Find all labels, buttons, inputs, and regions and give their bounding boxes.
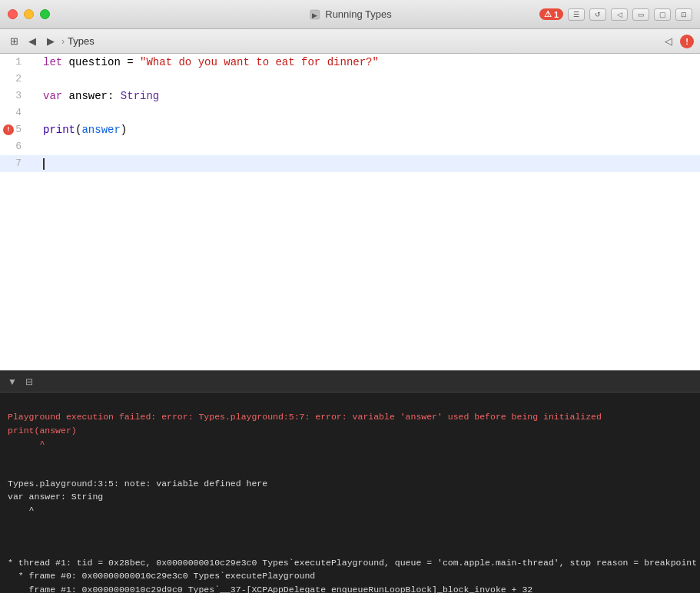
code-line-6: 6 xyxy=(0,138,700,155)
code-lines: 1 let question = "What do you want to ea… xyxy=(0,54,700,370)
error-dot-5: ! xyxy=(3,124,14,135)
code-line-3: 3 var answer: String xyxy=(0,88,700,104)
error-badge: ⚠ 1 xyxy=(539,8,563,20)
window-title: Running Types xyxy=(325,8,392,20)
lines-view-button[interactable]: ☰ xyxy=(568,8,585,21)
line-content-1: let question = "What do you want to eat … xyxy=(31,54,700,71)
var-answer: answer: xyxy=(69,88,121,104)
split-view-button[interactable]: ▭ xyxy=(632,8,649,21)
console-clear-button[interactable]: ⊟ xyxy=(23,376,35,388)
text-cursor xyxy=(43,158,45,170)
toolbar-right-area: ◁ ! xyxy=(660,34,694,49)
paren-open: ( xyxy=(75,121,81,138)
code-editor[interactable]: 1 let question = "What do you want to ea… xyxy=(0,54,700,370)
line-number-7: 7 xyxy=(0,155,31,172)
code-line-5: ! 5 print(answer) xyxy=(0,121,700,138)
line-number-4: 4 xyxy=(0,104,31,121)
back-nav-button[interactable]: ◁ xyxy=(660,34,677,49)
titlebar: ▶ Running Types ⚠ 1 ☰ ↺ ◁ ▭ ▢ ⊡ xyxy=(0,0,700,29)
keyword-var: var xyxy=(43,88,69,104)
line-number-1: 1 xyxy=(0,54,31,71)
back-button[interactable]: ◁ xyxy=(611,8,628,21)
toolbar-error-indicator: ! xyxy=(680,35,694,48)
keyword-let: let xyxy=(43,54,69,71)
refresh-button[interactable]: ↺ xyxy=(589,8,606,21)
type-string: String xyxy=(121,88,159,104)
breadcrumb-label: Types xyxy=(68,35,95,47)
titlebar-right: ⚠ 1 ☰ ↺ ◁ ▭ ▢ ⊡ xyxy=(539,8,692,21)
playground-icon: ▶ xyxy=(308,8,320,21)
console-panel: ▼ ⊟ Playground execution failed: error: … xyxy=(0,370,700,593)
line-content-7 xyxy=(31,155,700,172)
line-number-6: 6 xyxy=(0,138,31,155)
line-content-6 xyxy=(31,138,700,155)
line-content-4 xyxy=(31,104,700,121)
code-line-4: 4 xyxy=(0,104,700,121)
line-number-2: 2 xyxy=(0,71,31,88)
var-question: question = xyxy=(69,54,140,71)
breadcrumb-item[interactable]: Types xyxy=(68,35,95,47)
console-toolbar: ▼ ⊟ xyxy=(0,371,700,393)
monitor-button[interactable]: ▢ xyxy=(654,8,671,21)
console-toggle-button[interactable]: ▼ xyxy=(6,376,18,388)
toolbar: ⊞ ◀ ▶ › Types ◁ ! xyxy=(0,29,700,54)
grid-view-button[interactable]: ⊞ xyxy=(6,34,22,49)
close-button[interactable] xyxy=(8,9,18,19)
breadcrumb-separator: › xyxy=(61,36,65,47)
error-icon: ⚠ xyxy=(544,9,552,19)
line-content-5: print(answer) xyxy=(31,121,700,138)
minimize-button[interactable] xyxy=(24,9,34,19)
error-count: 1 xyxy=(554,10,559,19)
paren-close: ) xyxy=(121,121,127,138)
string-value: "What do you want to eat for dinner?" xyxy=(140,54,379,71)
main-content: 1 let question = "What do you want to ea… xyxy=(0,54,700,593)
line-number-5: ! 5 xyxy=(0,121,31,138)
line-content-3: var answer: String xyxy=(31,88,700,104)
console-output: Playground execution failed: error: Type… xyxy=(0,393,700,593)
line-number-3: 3 xyxy=(0,88,31,104)
fullscreen-button[interactable]: ⊡ xyxy=(675,8,692,21)
svg-text:▶: ▶ xyxy=(311,12,317,19)
console-line-0: Playground execution failed: error: Type… xyxy=(8,412,602,449)
console-line-7: * thread #1: tid = 0x28bec, 0x0000000010… xyxy=(8,558,700,593)
fn-print: print xyxy=(43,121,75,138)
code-line-1: 1 let question = "What do you want to ea… xyxy=(0,54,700,71)
nav-forward-button[interactable]: ▶ xyxy=(43,34,58,49)
console-line-3: Types.playground:3:5: note: variable def… xyxy=(8,479,267,515)
maximize-button[interactable] xyxy=(40,9,50,19)
code-line-2: 2 xyxy=(0,71,700,88)
var-ref-answer: answer xyxy=(81,121,120,138)
nav-back-button[interactable]: ◀ xyxy=(25,34,40,49)
code-line-7: 7 xyxy=(0,155,700,172)
line-content-2 xyxy=(31,71,700,88)
titlebar-title-area: ▶ Running Types xyxy=(308,8,392,21)
traffic-lights xyxy=(8,9,50,19)
